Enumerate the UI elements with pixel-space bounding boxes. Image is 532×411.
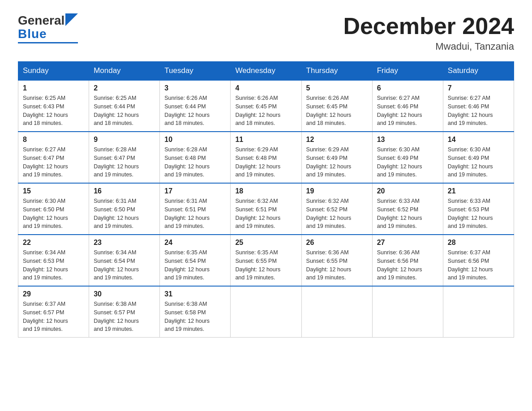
calendar-cell: 16 Sunrise: 6:31 AMSunset: 6:50 PMDaylig… — [89, 183, 160, 235]
calendar-cell: 8 Sunrise: 6:27 AMSunset: 6:47 PMDayligh… — [18, 132, 89, 183]
header-wednesday: Wednesday — [231, 62, 301, 81]
header-tuesday: Tuesday — [160, 62, 231, 81]
calendar-cell: 30 Sunrise: 6:38 AMSunset: 6:57 PMDaylig… — [89, 286, 160, 338]
calendar-cell: 31 Sunrise: 6:38 AMSunset: 6:58 PMDaylig… — [160, 286, 231, 338]
logo-general-text: General — [18, 13, 64, 28]
calendar-cell: 26 Sunrise: 6:36 AMSunset: 6:55 PMDaylig… — [301, 235, 372, 286]
day-number: 23 — [94, 239, 155, 247]
calendar-cell: 27 Sunrise: 6:36 AMSunset: 6:56 PMDaylig… — [372, 235, 443, 286]
day-number: 24 — [164, 239, 226, 247]
day-info: Sunrise: 6:37 AMSunset: 6:57 PMDaylight:… — [23, 300, 84, 334]
logo-blue-text: Blue — [18, 27, 47, 41]
day-info: Sunrise: 6:25 AMSunset: 6:43 PMDaylight:… — [23, 94, 84, 128]
day-info: Sunrise: 6:29 AMSunset: 6:48 PMDaylight:… — [235, 146, 296, 179]
calendar-cell: 6 Sunrise: 6:27 AMSunset: 6:46 PMDayligh… — [372, 80, 443, 132]
day-number: 22 — [23, 239, 84, 247]
day-number: 16 — [94, 187, 155, 195]
calendar-cell: 2 Sunrise: 6:25 AMSunset: 6:44 PMDayligh… — [89, 80, 160, 132]
day-info: Sunrise: 6:38 AMSunset: 6:58 PMDaylight:… — [164, 300, 226, 334]
day-number: 25 — [235, 239, 296, 247]
logo-underline — [18, 42, 78, 43]
calendar-cell: 10 Sunrise: 6:28 AMSunset: 6:48 PMDaylig… — [160, 132, 231, 183]
calendar-table: SundayMondayTuesdayWednesdayThursdayFrid… — [18, 61, 514, 338]
day-number: 26 — [306, 239, 368, 247]
calendar-cell: 22 Sunrise: 6:34 AMSunset: 6:53 PMDaylig… — [18, 235, 89, 286]
calendar-week-row: 29 Sunrise: 6:37 AMSunset: 6:57 PMDaylig… — [18, 286, 514, 338]
calendar-cell: 5 Sunrise: 6:26 AMSunset: 6:45 PMDayligh… — [301, 80, 372, 132]
calendar-cell — [443, 286, 514, 338]
calendar-cell: 3 Sunrise: 6:26 AMSunset: 6:44 PMDayligh… — [160, 80, 231, 132]
day-info: Sunrise: 6:38 AMSunset: 6:57 PMDaylight:… — [94, 300, 155, 334]
calendar-cell: 25 Sunrise: 6:35 AMSunset: 6:55 PMDaylig… — [231, 235, 301, 286]
calendar-cell: 12 Sunrise: 6:29 AMSunset: 6:49 PMDaylig… — [301, 132, 372, 183]
day-info: Sunrise: 6:30 AMSunset: 6:49 PMDaylight:… — [448, 146, 509, 179]
calendar-week-row: 8 Sunrise: 6:27 AMSunset: 6:47 PMDayligh… — [18, 132, 514, 183]
day-info: Sunrise: 6:37 AMSunset: 6:56 PMDaylight:… — [448, 248, 509, 282]
day-number: 21 — [448, 187, 509, 195]
day-number: 19 — [306, 187, 368, 195]
day-number: 27 — [377, 239, 438, 247]
day-info: Sunrise: 6:33 AMSunset: 6:52 PMDaylight:… — [377, 197, 438, 231]
calendar-header-row: SundayMondayTuesdayWednesdayThursdayFrid… — [18, 62, 514, 81]
header-friday: Friday — [372, 62, 443, 81]
day-number: 20 — [377, 187, 438, 195]
calendar-cell — [372, 286, 443, 338]
day-number: 31 — [164, 290, 226, 298]
calendar-cell: 1 Sunrise: 6:25 AMSunset: 6:43 PMDayligh… — [18, 80, 89, 132]
day-number: 2 — [94, 84, 155, 92]
day-number: 3 — [164, 84, 226, 92]
page-header: General Blue December 2024 Mwadui, Tanza… — [18, 13, 514, 52]
calendar-cell: 9 Sunrise: 6:28 AMSunset: 6:47 PMDayligh… — [89, 132, 160, 183]
calendar-week-row: 15 Sunrise: 6:30 AMSunset: 6:50 PMDaylig… — [18, 183, 514, 235]
calendar-cell: 4 Sunrise: 6:26 AMSunset: 6:45 PMDayligh… — [231, 80, 301, 132]
day-info: Sunrise: 6:33 AMSunset: 6:53 PMDaylight:… — [448, 197, 509, 231]
day-number: 4 — [235, 84, 296, 92]
header-monday: Monday — [89, 62, 160, 81]
calendar-week-row: 22 Sunrise: 6:34 AMSunset: 6:53 PMDaylig… — [18, 235, 514, 286]
day-info: Sunrise: 6:36 AMSunset: 6:56 PMDaylight:… — [377, 248, 438, 282]
header-sunday: Sunday — [18, 62, 89, 81]
calendar-month-year: December 2024 — [343, 13, 514, 39]
calendar-cell: 20 Sunrise: 6:33 AMSunset: 6:52 PMDaylig… — [372, 183, 443, 235]
day-info: Sunrise: 6:25 AMSunset: 6:44 PMDaylight:… — [94, 94, 155, 128]
day-info: Sunrise: 6:32 AMSunset: 6:52 PMDaylight:… — [306, 197, 368, 231]
day-number: 10 — [164, 136, 226, 144]
day-number: 8 — [23, 136, 84, 144]
calendar-week-row: 1 Sunrise: 6:25 AMSunset: 6:43 PMDayligh… — [18, 80, 514, 132]
calendar-title-block: December 2024 Mwadui, Tanzania — [343, 13, 514, 52]
day-info: Sunrise: 6:31 AMSunset: 6:51 PMDaylight:… — [164, 197, 226, 231]
day-number: 9 — [94, 136, 155, 144]
day-number: 14 — [448, 136, 509, 144]
day-info: Sunrise: 6:36 AMSunset: 6:55 PMDaylight:… — [306, 248, 368, 282]
day-info: Sunrise: 6:26 AMSunset: 6:44 PMDaylight:… — [164, 94, 226, 128]
calendar-cell: 19 Sunrise: 6:32 AMSunset: 6:52 PMDaylig… — [301, 183, 372, 235]
day-info: Sunrise: 6:34 AMSunset: 6:54 PMDaylight:… — [94, 248, 155, 282]
day-number: 1 — [23, 84, 84, 92]
day-number: 6 — [377, 84, 438, 92]
day-number: 18 — [235, 187, 296, 195]
day-info: Sunrise: 6:30 AMSunset: 6:50 PMDaylight:… — [23, 197, 84, 231]
day-number: 12 — [306, 136, 368, 144]
day-info: Sunrise: 6:26 AMSunset: 6:45 PMDaylight:… — [235, 94, 296, 128]
day-number: 30 — [94, 290, 155, 298]
day-info: Sunrise: 6:29 AMSunset: 6:49 PMDaylight:… — [306, 146, 368, 179]
calendar-cell: 15 Sunrise: 6:30 AMSunset: 6:50 PMDaylig… — [18, 183, 89, 235]
day-info: Sunrise: 6:35 AMSunset: 6:54 PMDaylight:… — [164, 248, 226, 282]
day-number: 11 — [235, 136, 296, 144]
calendar-location: Mwadui, Tanzania — [343, 41, 514, 52]
day-info: Sunrise: 6:27 AMSunset: 6:46 PMDaylight:… — [377, 94, 438, 128]
day-info: Sunrise: 6:28 AMSunset: 6:47 PMDaylight:… — [94, 146, 155, 179]
day-info: Sunrise: 6:31 AMSunset: 6:50 PMDaylight:… — [94, 197, 155, 231]
day-info: Sunrise: 6:34 AMSunset: 6:53 PMDaylight:… — [23, 248, 84, 282]
calendar-cell: 23 Sunrise: 6:34 AMSunset: 6:54 PMDaylig… — [89, 235, 160, 286]
calendar-cell: 14 Sunrise: 6:30 AMSunset: 6:49 PMDaylig… — [443, 132, 514, 183]
calendar-cell: 17 Sunrise: 6:31 AMSunset: 6:51 PMDaylig… — [160, 183, 231, 235]
day-number: 7 — [448, 84, 509, 92]
day-number: 29 — [23, 290, 84, 298]
day-info: Sunrise: 6:35 AMSunset: 6:55 PMDaylight:… — [235, 248, 296, 282]
day-number: 28 — [448, 239, 509, 247]
calendar-cell — [301, 286, 372, 338]
day-info: Sunrise: 6:27 AMSunset: 6:46 PMDaylight:… — [448, 94, 509, 128]
header-thursday: Thursday — [301, 62, 372, 81]
day-info: Sunrise: 6:28 AMSunset: 6:48 PMDaylight:… — [164, 146, 226, 179]
